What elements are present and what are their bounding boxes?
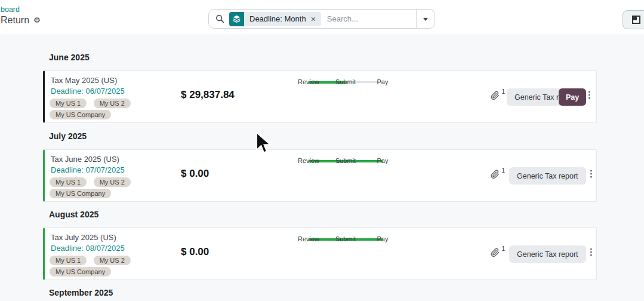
deadline-date: 07/07/2025 (86, 165, 125, 174)
company-tag: My US 1 (50, 99, 87, 108)
tax-return-card[interactable]: Tax July 2025 (US) Deadline: 08/07/2025 … (43, 228, 597, 280)
step-label: Submit (327, 78, 364, 85)
section-title-july: July 2025 (49, 131, 87, 141)
generic-tax-report-button[interactable]: Generic Tax report (509, 245, 586, 263)
company-tag: My US 1 (50, 256, 87, 265)
tag-row: My US Company (50, 266, 115, 277)
step-label: Pay (364, 78, 401, 85)
step-label: Submit (327, 157, 364, 164)
paperclip-icon (491, 170, 500, 179)
tax-return-card[interactable]: Tax May 2025 (US) Deadline: 06/07/2025 M… (43, 70, 597, 123)
tax-return-card[interactable]: Tax June 2025 (US) Deadline: 07/07/2025 … (43, 149, 597, 202)
company-tag: My US Company (50, 267, 111, 277)
gear-icon[interactable]: ⚙ (33, 16, 41, 25)
company-tag: My US 2 (94, 99, 131, 108)
kebab-menu-icon[interactable]: ⋮ (587, 247, 594, 257)
step-label: Pay (364, 235, 401, 242)
tax-amount: $ 0.00 (181, 246, 209, 258)
attachment-button[interactable]: 1 (491, 248, 504, 260)
facet-remove-icon[interactable]: × (311, 15, 316, 23)
tag-row: My US Company (50, 109, 115, 119)
kanban-view-icon (632, 16, 640, 24)
step-label: Review (290, 78, 327, 85)
tag-row: My US 1 My US 2 (50, 254, 135, 265)
pay-button[interactable]: Pay (559, 88, 586, 106)
attachment-button[interactable]: 1 (491, 91, 504, 103)
section-title-june: June 2025 (49, 53, 90, 62)
search-icon (215, 14, 224, 23)
chevron-down-icon (423, 18, 428, 23)
search-dropdown-toggle[interactable] (416, 10, 435, 28)
top-bar: board Return ⚙ Deadline: Month × Search.… (0, 0, 644, 35)
return-deadline: Deadline: 07/07/2025 (51, 165, 125, 174)
return-deadline: Deadline: 06/07/2025 (51, 87, 125, 96)
company-tag: My US 2 (94, 256, 131, 265)
deadline-date: 08/07/2025 (86, 244, 125, 253)
breadcrumb: board Return ⚙ (1, 5, 41, 26)
return-title: Tax June 2025 (US) (51, 155, 119, 164)
group-by-layers-icon (229, 12, 244, 26)
kebab-menu-icon[interactable]: ⋮ (585, 90, 592, 100)
generic-tax-report-button[interactable]: Generic Tax report (509, 167, 586, 185)
kebab-menu-icon[interactable]: ⋮ (587, 168, 594, 179)
page-title: Return (1, 15, 29, 26)
attachment-count: 1 (501, 88, 505, 95)
return-title: Tax May 2025 (US) (51, 76, 117, 85)
tax-amount: $ 0.00 (181, 168, 209, 180)
attachment-count: 1 (501, 245, 505, 252)
step-label: Submit (327, 235, 364, 242)
step-label: Review (290, 235, 327, 242)
return-deadline: Deadline: 08/07/2025 (51, 244, 125, 253)
facet-label: Deadline: Month (249, 14, 306, 23)
tax-amount: $ 29,837.84 (181, 89, 235, 101)
company-tag: My US 1 (50, 177, 87, 187)
view-switcher-button[interactable] (623, 10, 644, 29)
attachment-button[interactable]: 1 (491, 170, 504, 182)
paperclip-icon (491, 248, 500, 257)
step-label: Review (290, 157, 327, 164)
tag-row: My US 1 My US 2 (50, 176, 135, 187)
search-input[interactable]: Search... (327, 14, 416, 23)
breadcrumb-parent-link[interactable]: board (1, 5, 41, 14)
company-tag: My US 2 (94, 177, 131, 187)
status-steps: Review Submit Pay (290, 233, 401, 262)
attachment-count: 1 (501, 167, 505, 174)
status-steps: Review Submit Pay (290, 76, 401, 105)
search-bar[interactable]: Deadline: Month × Search... (208, 9, 435, 29)
company-tag: My US Company (50, 189, 111, 198)
company-tag: My US Company (50, 110, 111, 119)
deadline-date: 06/07/2025 (86, 87, 125, 96)
search-facet-deadline-month[interactable]: Deadline: Month × (229, 12, 321, 26)
section-title-september: September 2025 (49, 288, 113, 297)
tax-return-page: board Return ⚙ Deadline: Month × Search.… (0, 0, 644, 301)
tag-row: My US Company (50, 188, 115, 198)
step-label: Pay (364, 157, 401, 164)
status-steps: Review Submit Pay (290, 155, 401, 183)
paperclip-icon (491, 91, 500, 100)
return-title: Tax July 2025 (US) (51, 233, 116, 242)
tag-row: My US 1 My US 2 (50, 97, 135, 108)
section-title-august: August 2025 (49, 210, 98, 219)
